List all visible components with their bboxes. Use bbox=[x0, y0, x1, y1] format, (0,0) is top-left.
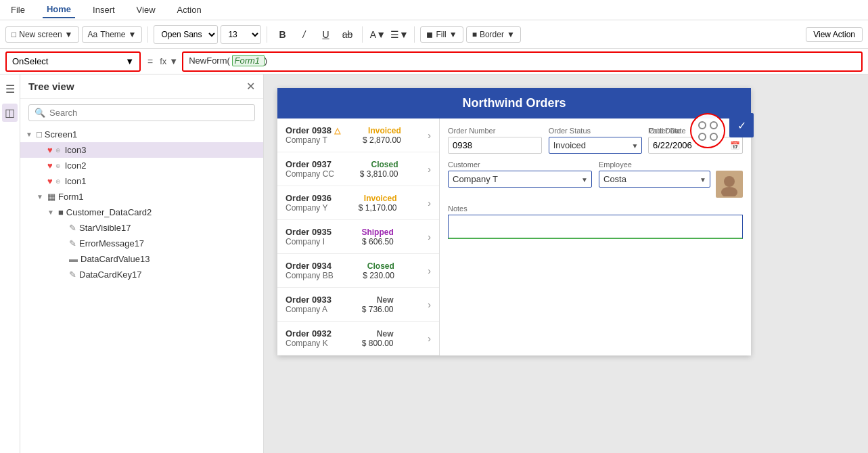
tree-item-errormessage17[interactable]: ✎ ErrorMessage17 bbox=[20, 236, 263, 251]
edit-icon-errormessage17: ✎ bbox=[69, 238, 76, 249]
icon1-icon: ♥ bbox=[47, 176, 53, 186]
order-right-0934: Closed $ 230.00 bbox=[363, 261, 394, 280]
order-status-0932: New bbox=[362, 329, 394, 339]
checkmark-button[interactable]: ✓ bbox=[729, 113, 754, 137]
customer-select[interactable]: Company T bbox=[448, 171, 592, 188]
toolbar-divider-1 bbox=[147, 26, 148, 43]
notes-input[interactable] bbox=[448, 215, 743, 239]
theme-icon: Aa bbox=[88, 30, 98, 39]
order-status-0936: Invoiced bbox=[359, 194, 397, 203]
employee-label: Employee bbox=[599, 160, 743, 169]
order-company-0938: Company T bbox=[285, 135, 340, 145]
order-item-0937[interactable]: Order 0937 Company CC Closed $ 3,810.00 … bbox=[277, 152, 439, 186]
order-item-0934[interactable]: Order 0934 Company BB Closed $ 230.00 › bbox=[277, 254, 439, 288]
order-company-0932: Company K bbox=[285, 339, 332, 348]
customer-field: Customer Company T ▼ bbox=[448, 160, 592, 198]
tree-item-icon3[interactable]: ♥ ⊕ Icon3 bbox=[20, 142, 263, 158]
order-left-0932: Order 0932 Company K bbox=[285, 328, 332, 348]
fill-button[interactable]: ◼ Fill ▼ bbox=[420, 26, 463, 43]
order-right-0936: Invoiced $ 1,170.00 bbox=[359, 194, 397, 213]
font-select[interactable]: Open Sans bbox=[154, 25, 218, 44]
tree-label-datacardkey17: DataCardKey17 bbox=[79, 269, 258, 280]
theme-button[interactable]: Aa Theme ▼ bbox=[82, 26, 143, 43]
order-item-0938[interactable]: Order 0938 △ Company T Invoiced $ 2,870.… bbox=[277, 118, 439, 152]
tree-item-datacardkey17[interactable]: ✎ DataCardKey17 bbox=[20, 267, 263, 282]
order-status-0938: Invoiced bbox=[363, 126, 401, 135]
layers-icon[interactable]: ◫ bbox=[2, 104, 18, 122]
tree-chevron-form1: ▼ bbox=[37, 193, 45, 200]
order-amount-0937: $ 3,810.00 bbox=[360, 169, 398, 179]
strikethrough-button[interactable]: ab bbox=[338, 25, 357, 44]
tree-item-icon2[interactable]: ♥ ⊕ Icon2 bbox=[20, 158, 263, 173]
menu-file[interactable]: File bbox=[7, 2, 29, 18]
tree-label-datacardvalue13: DataCardValue13 bbox=[81, 254, 258, 264]
font-size-select[interactable]: 13 bbox=[221, 25, 261, 44]
search-icon: 🔍 bbox=[35, 108, 45, 118]
icon3-dots-grid bbox=[694, 117, 722, 145]
bold-button[interactable]: B bbox=[273, 25, 292, 44]
menu-view[interactable]: View bbox=[133, 2, 160, 18]
menu-action[interactable]: Action bbox=[173, 2, 206, 18]
formula-arg: Form1 bbox=[232, 55, 264, 66]
tree-item-form1[interactable]: ▼ ▦ Form1 bbox=[20, 189, 263, 204]
app-wrapper: Northwind Orders Order 0938 △ Company T bbox=[277, 88, 751, 355]
menu-home[interactable]: Home bbox=[43, 1, 75, 18]
tree-item-icon1[interactable]: ♥ ⊕ Icon1 bbox=[20, 173, 263, 189]
edit-icon-starvisible17: ✎ bbox=[69, 223, 76, 233]
formula-fx-area: fx ▼ bbox=[160, 56, 178, 66]
order-item-0936[interactable]: Order 0936 Company Y Invoiced $ 1,170.00… bbox=[277, 186, 439, 220]
formula-selector[interactable]: OnSelect ▼ bbox=[5, 51, 141, 72]
tree-search-box[interactable]: 🔍 bbox=[28, 104, 255, 121]
order-amount-0936: $ 1,170.00 bbox=[359, 203, 397, 213]
order-number-0934: Order 0934 bbox=[285, 261, 334, 271]
tree-item-starvisible17[interactable]: ✎ StarVisible17 bbox=[20, 220, 263, 236]
order-item-0932[interactable]: Order 0932 Company K New $ 800.00 › bbox=[277, 322, 439, 355]
border-icon: ■ bbox=[472, 30, 477, 39]
employee-select[interactable]: Costa bbox=[599, 171, 710, 188]
calendar-icon-paid-date[interactable]: 📅 bbox=[730, 141, 740, 150]
tree-close-button[interactable]: ✕ bbox=[246, 80, 255, 93]
order-status-select[interactable]: Invoiced Closed Shipped New bbox=[549, 137, 643, 154]
formula-close-paren: ) bbox=[265, 56, 267, 66]
tree-label-starvisible17: StarVisible17 bbox=[79, 223, 258, 233]
menu-insert[interactable]: Insert bbox=[89, 2, 119, 18]
theme-chevron-icon: ▼ bbox=[129, 30, 137, 39]
icon3-icon: ♥ bbox=[47, 145, 53, 155]
order-item-0935[interactable]: Order 0935 Company I Shipped $ 606.50 › bbox=[277, 220, 439, 254]
new-screen-button[interactable]: □ New screen ▼ bbox=[5, 26, 79, 43]
order-amount-0935: $ 606.50 bbox=[361, 237, 393, 246]
tree-label-icon1: Icon1 bbox=[65, 176, 258, 186]
view-action-button[interactable]: View Action bbox=[806, 27, 863, 42]
icon3-dots-icon: ⊕ bbox=[55, 147, 61, 154]
order-chevron-0938: › bbox=[428, 130, 431, 141]
icon3-dot-3 bbox=[698, 133, 706, 141]
order-list: Order 0938 △ Company T Invoiced $ 2,870.… bbox=[277, 118, 440, 355]
theme-label: Theme bbox=[100, 30, 125, 39]
order-item-0933[interactable]: Order 0933 Company A New $ 736.00 › bbox=[277, 288, 439, 322]
order-chevron-0934: › bbox=[428, 265, 431, 276]
new-screen-chevron-icon: ▼ bbox=[65, 30, 73, 39]
tree-item-screen1[interactable]: ▼ □ Screen1 bbox=[20, 127, 263, 142]
tree-item-customer-datacard2[interactable]: ▼ ■ Customer_DataCard2 bbox=[20, 204, 263, 220]
align-button[interactable]: ☰▼ bbox=[390, 25, 409, 44]
font-color-button[interactable]: A▼ bbox=[368, 25, 387, 44]
search-input[interactable] bbox=[49, 108, 249, 118]
order-amount-0938: $ 2,870.00 bbox=[363, 135, 401, 145]
italic-button[interactable]: / bbox=[294, 25, 313, 44]
icon3-overlay[interactable] bbox=[690, 113, 725, 148]
app-body: Order 0938 △ Company T Invoiced $ 2,870.… bbox=[277, 118, 751, 355]
underline-button[interactable]: U bbox=[316, 25, 335, 44]
tree-item-datacardvalue13[interactable]: ▬ DataCardValue13 bbox=[20, 251, 263, 267]
icon3-dot-4 bbox=[710, 133, 718, 141]
tree-header: Tree view ✕ bbox=[20, 74, 263, 99]
order-number-input[interactable] bbox=[448, 137, 542, 154]
fx-label: fx bbox=[160, 56, 166, 66]
icon2-icon: ♥ bbox=[47, 160, 53, 171]
fill-label: Fill bbox=[436, 30, 446, 39]
border-button[interactable]: ■ Border ▼ bbox=[466, 26, 521, 43]
tree-title: Tree view bbox=[28, 81, 74, 92]
formula-input[interactable]: NewForm( Form1 ) bbox=[182, 51, 863, 72]
hamburger-icon[interactable]: ☰ bbox=[3, 80, 18, 98]
order-status-0934: Closed bbox=[363, 261, 394, 271]
order-detail: Order Number Order Status Invoiced Close… bbox=[440, 118, 751, 355]
